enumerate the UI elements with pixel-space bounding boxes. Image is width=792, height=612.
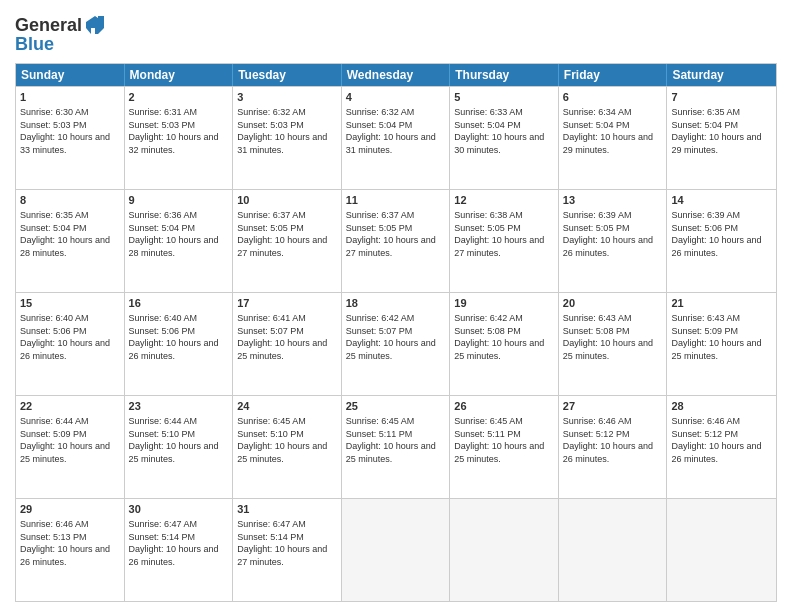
daylight-label: Daylight: 10 hours and 25 minutes. bbox=[237, 338, 327, 361]
sunrise-info: Sunrise: 6:39 AM bbox=[671, 210, 740, 220]
calendar-cell: 11 Sunrise: 6:37 AM Sunset: 5:05 PM Dayl… bbox=[342, 190, 451, 292]
sunrise-info: Sunrise: 6:45 AM bbox=[454, 416, 523, 426]
sunset-info: Sunset: 5:11 PM bbox=[346, 429, 413, 439]
day-number: 28 bbox=[671, 399, 772, 414]
day-number: 14 bbox=[671, 193, 772, 208]
sunset-info: Sunset: 5:07 PM bbox=[237, 326, 304, 336]
daylight-label: Daylight: 10 hours and 26 minutes. bbox=[671, 235, 761, 258]
sunset-info: Sunset: 5:03 PM bbox=[20, 120, 87, 130]
calendar-cell: 12 Sunrise: 6:38 AM Sunset: 5:05 PM Dayl… bbox=[450, 190, 559, 292]
sunset-info: Sunset: 5:04 PM bbox=[563, 120, 630, 130]
sunrise-info: Sunrise: 6:44 AM bbox=[20, 416, 89, 426]
sunrise-info: Sunrise: 6:32 AM bbox=[237, 107, 306, 117]
page: General Blue SundayMondayTuesdayWednesda… bbox=[0, 0, 792, 612]
calendar-cell: 25 Sunrise: 6:45 AM Sunset: 5:11 PM Dayl… bbox=[342, 396, 451, 498]
daylight-label: Daylight: 10 hours and 33 minutes. bbox=[20, 132, 110, 155]
calendar-cell: 15 Sunrise: 6:40 AM Sunset: 5:06 PM Dayl… bbox=[16, 293, 125, 395]
sunrise-info: Sunrise: 6:46 AM bbox=[671, 416, 740, 426]
calendar-cell bbox=[667, 499, 776, 601]
calendar-cell: 9 Sunrise: 6:36 AM Sunset: 5:04 PM Dayli… bbox=[125, 190, 234, 292]
daylight-label: Daylight: 10 hours and 25 minutes. bbox=[454, 338, 544, 361]
sunrise-info: Sunrise: 6:47 AM bbox=[237, 519, 306, 529]
daylight-label: Daylight: 10 hours and 26 minutes. bbox=[129, 544, 219, 567]
calendar-cell: 30 Sunrise: 6:47 AM Sunset: 5:14 PM Dayl… bbox=[125, 499, 234, 601]
daylight-label: Daylight: 10 hours and 26 minutes. bbox=[563, 235, 653, 258]
svg-marker-1 bbox=[98, 16, 104, 23]
day-number: 13 bbox=[563, 193, 663, 208]
weekday-header: Thursday bbox=[450, 64, 559, 86]
calendar-cell: 1 Sunrise: 6:30 AM Sunset: 5:03 PM Dayli… bbox=[16, 87, 125, 189]
calendar-cell: 23 Sunrise: 6:44 AM Sunset: 5:10 PM Dayl… bbox=[125, 396, 234, 498]
calendar-cell: 2 Sunrise: 6:31 AM Sunset: 5:03 PM Dayli… bbox=[125, 87, 234, 189]
header: General Blue bbox=[15, 10, 777, 55]
weekday-header: Friday bbox=[559, 64, 668, 86]
daylight-label: Daylight: 10 hours and 26 minutes. bbox=[20, 544, 110, 567]
sunset-info: Sunset: 5:14 PM bbox=[237, 532, 304, 542]
calendar-week: 29 Sunrise: 6:46 AM Sunset: 5:13 PM Dayl… bbox=[16, 498, 776, 601]
logo-icon bbox=[84, 14, 106, 36]
calendar-cell: 17 Sunrise: 6:41 AM Sunset: 5:07 PM Dayl… bbox=[233, 293, 342, 395]
calendar-cell: 20 Sunrise: 6:43 AM Sunset: 5:08 PM Dayl… bbox=[559, 293, 668, 395]
day-number: 11 bbox=[346, 193, 446, 208]
daylight-label: Daylight: 10 hours and 29 minutes. bbox=[671, 132, 761, 155]
daylight-label: Daylight: 10 hours and 26 minutes. bbox=[129, 338, 219, 361]
sunset-info: Sunset: 5:09 PM bbox=[671, 326, 738, 336]
sunset-info: Sunset: 5:08 PM bbox=[563, 326, 630, 336]
day-number: 25 bbox=[346, 399, 446, 414]
daylight-label: Daylight: 10 hours and 26 minutes. bbox=[20, 338, 110, 361]
calendar-cell: 21 Sunrise: 6:43 AM Sunset: 5:09 PM Dayl… bbox=[667, 293, 776, 395]
calendar-cell: 18 Sunrise: 6:42 AM Sunset: 5:07 PM Dayl… bbox=[342, 293, 451, 395]
calendar-cell: 16 Sunrise: 6:40 AM Sunset: 5:06 PM Dayl… bbox=[125, 293, 234, 395]
sunrise-info: Sunrise: 6:47 AM bbox=[129, 519, 198, 529]
day-number: 30 bbox=[129, 502, 229, 517]
day-number: 9 bbox=[129, 193, 229, 208]
day-number: 7 bbox=[671, 90, 772, 105]
sunset-info: Sunset: 5:04 PM bbox=[129, 223, 196, 233]
sunset-info: Sunset: 5:04 PM bbox=[454, 120, 521, 130]
sunrise-info: Sunrise: 6:36 AM bbox=[129, 210, 198, 220]
sunrise-info: Sunrise: 6:44 AM bbox=[129, 416, 198, 426]
calendar-week: 15 Sunrise: 6:40 AM Sunset: 5:06 PM Dayl… bbox=[16, 292, 776, 395]
sunrise-info: Sunrise: 6:45 AM bbox=[237, 416, 306, 426]
sunrise-info: Sunrise: 6:38 AM bbox=[454, 210, 523, 220]
daylight-label: Daylight: 10 hours and 27 minutes. bbox=[454, 235, 544, 258]
calendar-cell: 31 Sunrise: 6:47 AM Sunset: 5:14 PM Dayl… bbox=[233, 499, 342, 601]
calendar-cell: 26 Sunrise: 6:45 AM Sunset: 5:11 PM Dayl… bbox=[450, 396, 559, 498]
daylight-label: Daylight: 10 hours and 27 minutes. bbox=[237, 544, 327, 567]
weekday-header: Sunday bbox=[16, 64, 125, 86]
sunrise-info: Sunrise: 6:46 AM bbox=[20, 519, 89, 529]
day-number: 12 bbox=[454, 193, 554, 208]
sunset-info: Sunset: 5:10 PM bbox=[129, 429, 196, 439]
calendar-cell: 13 Sunrise: 6:39 AM Sunset: 5:05 PM Dayl… bbox=[559, 190, 668, 292]
daylight-label: Daylight: 10 hours and 25 minutes. bbox=[237, 441, 327, 464]
day-number: 27 bbox=[563, 399, 663, 414]
sunrise-info: Sunrise: 6:30 AM bbox=[20, 107, 89, 117]
sunset-info: Sunset: 5:06 PM bbox=[20, 326, 87, 336]
sunrise-info: Sunrise: 6:45 AM bbox=[346, 416, 415, 426]
daylight-label: Daylight: 10 hours and 25 minutes. bbox=[129, 441, 219, 464]
sunrise-info: Sunrise: 6:37 AM bbox=[237, 210, 306, 220]
sunset-info: Sunset: 5:14 PM bbox=[129, 532, 196, 542]
day-number: 10 bbox=[237, 193, 337, 208]
sunrise-info: Sunrise: 6:41 AM bbox=[237, 313, 306, 323]
calendar-cell bbox=[559, 499, 668, 601]
calendar-week: 8 Sunrise: 6:35 AM Sunset: 5:04 PM Dayli… bbox=[16, 189, 776, 292]
daylight-label: Daylight: 10 hours and 27 minutes. bbox=[237, 235, 327, 258]
sunrise-info: Sunrise: 6:35 AM bbox=[20, 210, 89, 220]
calendar-cell: 3 Sunrise: 6:32 AM Sunset: 5:03 PM Dayli… bbox=[233, 87, 342, 189]
calendar-cell bbox=[342, 499, 451, 601]
weekday-header: Wednesday bbox=[342, 64, 451, 86]
sunrise-info: Sunrise: 6:34 AM bbox=[563, 107, 632, 117]
day-number: 1 bbox=[20, 90, 120, 105]
day-number: 24 bbox=[237, 399, 337, 414]
day-number: 31 bbox=[237, 502, 337, 517]
daylight-label: Daylight: 10 hours and 25 minutes. bbox=[454, 441, 544, 464]
sunset-info: Sunset: 5:07 PM bbox=[346, 326, 413, 336]
daylight-label: Daylight: 10 hours and 28 minutes. bbox=[129, 235, 219, 258]
sunset-info: Sunset: 5:04 PM bbox=[671, 120, 738, 130]
day-number: 19 bbox=[454, 296, 554, 311]
calendar-header: SundayMondayTuesdayWednesdayThursdayFrid… bbox=[16, 64, 776, 86]
sunrise-info: Sunrise: 6:33 AM bbox=[454, 107, 523, 117]
sunrise-info: Sunrise: 6:31 AM bbox=[129, 107, 198, 117]
calendar: SundayMondayTuesdayWednesdayThursdayFrid… bbox=[15, 63, 777, 602]
